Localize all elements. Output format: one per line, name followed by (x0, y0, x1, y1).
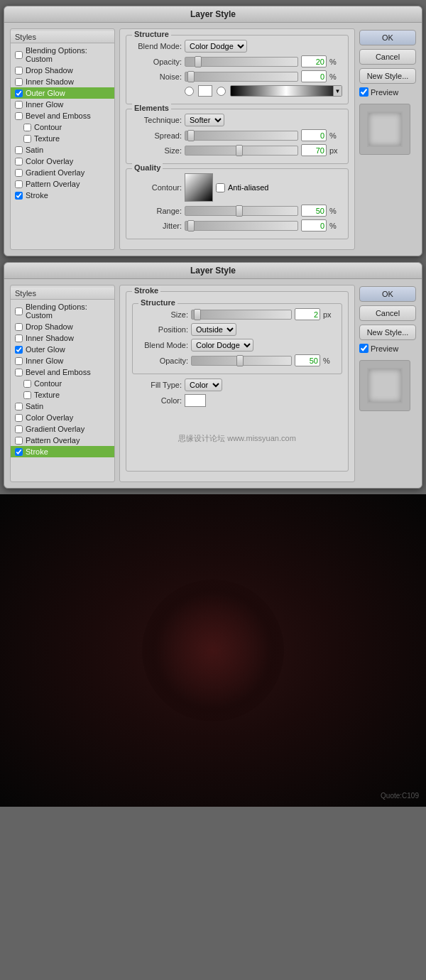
pattern-overlay-checkbox[interactable] (15, 180, 23, 188)
preview-checkbox[interactable] (359, 87, 368, 97)
sidebar-item-satin[interactable]: Satin (11, 144, 114, 156)
color-overlay-checkbox[interactable] (15, 158, 23, 165)
sidebar-item-bevel-emboss[interactable]: Bevel and Emboss (11, 110, 114, 121)
inner-shadow-checkbox[interactable] (15, 78, 23, 86)
sidebar-item-drop-shadow[interactable]: Drop Shadow (11, 65, 114, 76)
sidebar-item-outer-glow[interactable]: Outer Glow (11, 87, 114, 99)
jitter-slider[interactable] (185, 221, 298, 231)
sidebar-item-label: Pattern Overlay (26, 436, 80, 445)
radio-solid[interactable] (185, 87, 194, 96)
d2-cancel-button[interactable]: Cancel (359, 305, 416, 321)
gradient-overlay-checkbox[interactable] (15, 169, 23, 177)
opacity-input[interactable] (301, 55, 327, 67)
sidebar-item-gradient-overlay[interactable]: Gradient Overlay (11, 167, 114, 178)
blending-checkbox[interactable] (15, 51, 23, 59)
bevel-emboss-checkbox[interactable] (15, 112, 23, 120)
gradient-arrow-icon[interactable]: ▼ (333, 86, 342, 96)
d2-ok-button[interactable]: OK (359, 286, 416, 302)
size-slider[interactable] (185, 146, 298, 156)
stroke-opacity-input[interactable] (295, 354, 320, 366)
contour-preview[interactable] (185, 173, 213, 202)
stroke-size-row: Size: px (138, 308, 336, 320)
d2-bevel-emboss-checkbox[interactable] (15, 369, 23, 376)
cancel-button[interactable]: Cancel (359, 49, 416, 65)
texture-checkbox[interactable] (23, 135, 31, 143)
stroke-size-thumb[interactable] (194, 309, 201, 320)
d2-sidebar-stroke[interactable]: Stroke (11, 446, 114, 457)
spread-thumb[interactable] (187, 130, 195, 141)
d2-sidebar-outer-glow[interactable]: Outer Glow (11, 344, 114, 355)
d2-sidebar-color-overlay[interactable]: Color Overlay (11, 412, 114, 423)
d2-sidebar-inner-shadow[interactable]: Inner Shadow (11, 332, 114, 344)
d2-sidebar-drop-shadow[interactable]: Drop Shadow (11, 321, 114, 332)
new-style-button[interactable]: New Style... (359, 68, 416, 84)
d2-inner-glow-checkbox[interactable] (15, 357, 23, 365)
sidebar-item-stroke[interactable]: Stroke (11, 190, 114, 201)
radio-gradient[interactable] (217, 87, 226, 96)
buttons-panel-2: OK Cancel New Style... Preview (359, 285, 416, 482)
stroke-checkbox[interactable] (15, 192, 23, 200)
stroke-position-select[interactable]: Outside (191, 323, 236, 336)
opacity-slider[interactable] (185, 57, 298, 67)
sidebar-item-inner-shadow[interactable]: Inner Shadow (11, 76, 114, 87)
d2-pattern-overlay-checkbox[interactable] (15, 437, 23, 445)
blend-mode-select[interactable]: Color Dodge (185, 40, 247, 53)
d2-sidebar-texture[interactable]: Texture (11, 389, 114, 401)
d2-sidebar-satin[interactable]: Satin (11, 401, 114, 412)
ok-button[interactable]: OK (359, 30, 416, 45)
noise-thumb[interactable] (187, 71, 195, 82)
drop-shadow-checkbox[interactable] (15, 67, 23, 75)
d2-color-overlay-checkbox[interactable] (15, 414, 23, 422)
d2-blending-checkbox[interactable] (15, 307, 23, 315)
d2-preview-checkbox[interactable] (359, 344, 368, 353)
range-slider[interactable] (185, 206, 298, 216)
d2-satin-checkbox[interactable] (15, 403, 23, 410)
outer-glow-checkbox[interactable] (15, 89, 23, 97)
stroke-opacity-slider[interactable] (191, 356, 292, 366)
stroke-size-input[interactable] (295, 308, 320, 320)
d2-drop-shadow-checkbox[interactable] (15, 323, 23, 331)
spread-slider[interactable] (185, 131, 298, 141)
d2-sidebar-inner-glow[interactable]: Inner Glow (11, 355, 114, 366)
jitter-thumb[interactable] (187, 220, 195, 232)
d2-inner-shadow-checkbox[interactable] (15, 334, 23, 342)
jitter-input[interactable] (301, 219, 327, 232)
sidebar-item-texture[interactable]: Texture (11, 133, 114, 144)
sidebar-item-inner-glow[interactable]: Inner Glow (11, 99, 114, 110)
antialiased-checkbox[interactable] (216, 183, 225, 192)
size-thumb[interactable] (236, 145, 243, 156)
range-thumb[interactable] (236, 205, 243, 217)
d2-sidebar-gradient-overlay[interactable]: Gradient Overlay (11, 423, 114, 435)
size-input[interactable] (301, 144, 327, 156)
d2-sidebar-bevel-emboss[interactable]: Bevel and Emboss (11, 366, 114, 378)
gradient-bar[interactable]: ▼ (230, 85, 342, 97)
spread-input[interactable] (301, 129, 327, 141)
sidebar-item-color-overlay[interactable]: Color Overlay (11, 156, 114, 167)
sidebar-item-pattern-overlay[interactable]: Pattern Overlay (11, 178, 114, 190)
stroke-opacity-thumb[interactable] (236, 355, 244, 366)
color-swatch[interactable] (198, 85, 212, 97)
d2-contour-checkbox[interactable] (23, 380, 31, 388)
range-input[interactable] (301, 205, 327, 217)
technique-select[interactable]: Softer (185, 114, 224, 126)
opacity-thumb[interactable] (195, 56, 202, 67)
stroke-size-slider[interactable] (191, 310, 292, 320)
stroke-color-swatch[interactable] (185, 394, 206, 407)
stroke-blend-select[interactable]: Color Dodge (191, 339, 253, 352)
d2-texture-checkbox[interactable] (23, 391, 31, 399)
sidebar-item-contour[interactable]: Contour (11, 121, 114, 133)
d2-sidebar-contour[interactable]: Contour (11, 378, 114, 389)
d2-new-style-button[interactable]: New Style... (359, 325, 416, 340)
contour-checkbox[interactable] (23, 124, 31, 131)
satin-checkbox[interactable] (15, 146, 23, 154)
d2-outer-glow-checkbox[interactable] (15, 346, 23, 354)
d2-sidebar-blending[interactable]: Blending Options: Custom (11, 301, 114, 321)
noise-slider[interactable] (185, 72, 298, 82)
sidebar-item-blending[interactable]: Blending Options: Custom (11, 45, 114, 65)
d2-gradient-overlay-checkbox[interactable] (15, 425, 23, 433)
noise-input[interactable] (301, 70, 327, 82)
fill-type-select[interactable]: Color (185, 379, 222, 391)
inner-glow-checkbox[interactable] (15, 101, 23, 109)
d2-stroke-checkbox[interactable] (15, 448, 23, 456)
d2-sidebar-pattern-overlay[interactable]: Pattern Overlay (11, 435, 114, 446)
